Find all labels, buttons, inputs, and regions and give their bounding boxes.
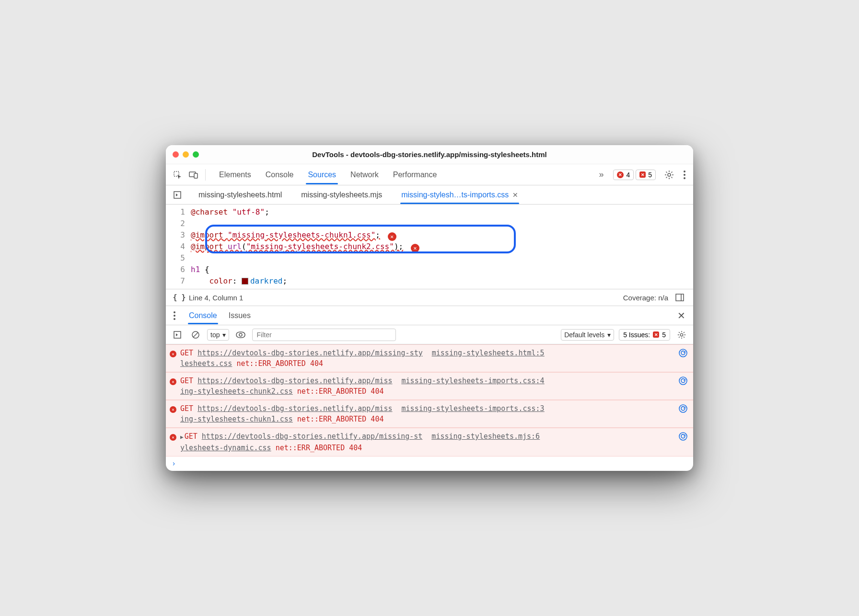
drawer-options-icon[interactable] <box>171 311 178 320</box>
log-message: ▶GET https://devtools-dbg-stories.netlif… <box>180 431 675 453</box>
request-url-link[interactable]: lesheets.css <box>180 359 232 368</box>
console-settings-icon[interactable] <box>675 328 688 342</box>
pretty-print-icon[interactable]: { } <box>173 291 186 304</box>
console-toolbar: top ▾ Default levels ▾ 5 Issues: ✕ 5 <box>166 325 693 344</box>
replay-xhr-icon[interactable] <box>679 404 687 413</box>
tab-console[interactable]: Console <box>264 166 296 184</box>
svg-point-11 <box>680 333 683 336</box>
svg-point-3 <box>668 173 671 176</box>
tab-sources[interactable]: Sources <box>306 166 338 184</box>
svg-point-12 <box>679 349 687 357</box>
minimize-window-button[interactable] <box>183 151 189 158</box>
code-line[interactable]: color: darkred; <box>191 275 693 287</box>
request-url-link[interactable]: https://devtools-dbg-stories.netlify.app… <box>197 404 392 413</box>
line-number[interactable]: 5 <box>166 252 185 264</box>
drawer-tab-console[interactable]: Console <box>188 308 218 324</box>
line-number[interactable]: 1 <box>166 206 185 218</box>
svg-rect-5 <box>676 294 684 301</box>
line-number[interactable]: 4 <box>166 241 185 252</box>
replay-xhr-icon[interactable] <box>679 349 687 357</box>
drawer-tab-bar: ConsoleIssues ✕ <box>166 306 693 325</box>
error-counters: ✕4 ✕5 <box>613 170 656 180</box>
line-number[interactable]: 6 <box>166 264 185 275</box>
request-url-link[interactable]: ing-stylesheets-chunk2.css <box>180 387 293 396</box>
tab-network[interactable]: Network <box>348 166 381 184</box>
log-message: GET https://devtools-dbg-stories.netlify… <box>180 376 675 397</box>
close-drawer-icon[interactable]: ✕ <box>674 310 688 321</box>
file-tab[interactable]: missing-stylesh…ts-imports.css✕ <box>400 186 519 204</box>
file-tabs: missing-stylesheets.htmlmissing-styleshe… <box>197 186 519 204</box>
line-number[interactable]: 7 <box>166 275 185 287</box>
chevron-down-icon: ▾ <box>222 331 226 339</box>
error-icon: ✕ <box>170 349 176 357</box>
expand-caret-icon[interactable]: ▶ <box>180 434 184 440</box>
console-error-row[interactable]: ✕GET https://devtools-dbg-stories.netlif… <box>166 400 693 428</box>
source-link[interactable]: missing-stylesheets-imports.css:3 <box>402 404 545 413</box>
maximize-window-button[interactable] <box>193 151 199 158</box>
clear-console-icon[interactable] <box>189 328 202 342</box>
file-tab[interactable]: missing-stylesheets.mjs <box>300 186 383 204</box>
device-toolbar-icon[interactable] <box>187 168 200 182</box>
code-content[interactable]: @charset "utf-8"; @import "missing-style… <box>191 206 693 287</box>
sidebar-toggle-icon[interactable] <box>673 291 686 304</box>
context-selector[interactable]: top ▾ <box>207 329 229 341</box>
issues-chip[interactable]: 5 Issues: ✕ 5 <box>619 329 670 341</box>
console-error-row[interactable]: ✕GET https://devtools-dbg-stories.netlif… <box>166 344 693 372</box>
issue-icon: ✕ <box>639 171 646 178</box>
main-tabs: ElementsConsoleSourcesNetworkPerformance <box>217 166 596 184</box>
file-tab[interactable]: missing-stylesheets.html <box>197 186 283 204</box>
devtools-window: DevTools - devtools-dbg-stories.netlify.… <box>166 145 693 471</box>
log-levels-selector[interactable]: Default levels ▾ <box>561 329 614 341</box>
code-line[interactable]: h1 { <box>191 264 693 275</box>
console-error-row[interactable]: ✕▶GET https://devtools-dbg-stories.netli… <box>166 428 693 456</box>
tab-performance[interactable]: Performance <box>391 166 439 184</box>
traffic-lights <box>173 151 199 158</box>
replay-xhr-icon[interactable] <box>679 432 687 441</box>
request-url-link[interactable]: https://devtools-dbg-stories.netlify.app… <box>197 349 423 357</box>
code-line[interactable]: @charset "utf-8"; <box>191 206 693 218</box>
code-line[interactable] <box>191 252 693 264</box>
log-message: GET https://devtools-dbg-stories.netlify… <box>180 403 675 424</box>
source-link[interactable]: missing-stylesheets.html:5 <box>432 349 545 357</box>
code-line[interactable]: @import url("missing-stylesheets-chunk2.… <box>191 241 693 252</box>
window-title: DevTools - devtools-dbg-stories.netlify.… <box>312 150 547 159</box>
live-expression-icon[interactable] <box>234 328 247 342</box>
line-number[interactable]: 2 <box>166 218 185 229</box>
close-tab-icon[interactable]: ✕ <box>512 191 518 199</box>
drawer-tab-issues[interactable]: Issues <box>228 308 252 324</box>
line-number[interactable]: 3 <box>166 229 185 241</box>
more-options-icon[interactable] <box>681 171 688 179</box>
issues-counter[interactable]: ✕5 <box>636 170 656 180</box>
console-log-list: ✕GET https://devtools-dbg-stories.netlif… <box>166 344 693 456</box>
show-navigator-icon[interactable] <box>171 188 184 202</box>
code-line[interactable]: @import "missing-stylesheets-chukn1.css"… <box>191 229 693 241</box>
file-tab-bar: missing-stylesheets.htmlmissing-styleshe… <box>166 185 693 205</box>
code-editor[interactable]: 1234567 @charset "utf-8"; @import "missi… <box>166 205 693 289</box>
svg-point-10 <box>239 333 242 336</box>
error-icon: ✕ <box>170 432 176 441</box>
drawer-tabs: ConsoleIssues <box>188 308 252 324</box>
more-tabs-button[interactable]: » <box>599 170 604 180</box>
source-link[interactable]: missing-stylesheets.mjs:6 <box>431 432 540 441</box>
errors-counter[interactable]: ✕4 <box>613 170 634 180</box>
tab-elements[interactable]: Elements <box>217 166 253 184</box>
file-tab-label: missing-stylesh…ts-imports.css <box>401 191 509 199</box>
cursor-position: Line 4, Column 1 <box>189 294 243 302</box>
divider <box>205 169 206 181</box>
request-url-link[interactable]: https://devtools-dbg-stories.netlify.app… <box>202 432 423 441</box>
request-url-link[interactable]: https://devtools-dbg-stories.netlify.app… <box>197 376 392 385</box>
replay-xhr-icon[interactable] <box>679 376 687 385</box>
error-icon: ✕ <box>170 404 176 413</box>
request-url-link[interactable]: ylesheets-dynamic.css <box>180 444 271 452</box>
inspect-element-icon[interactable] <box>171 168 184 182</box>
console-error-row[interactable]: ✕GET https://devtools-dbg-stories.netlif… <box>166 372 693 400</box>
console-prompt[interactable]: › <box>166 456 693 471</box>
svg-point-14 <box>679 405 687 412</box>
close-window-button[interactable] <box>173 151 179 158</box>
request-url-link[interactable]: ing-stylesheets-chukn1.css <box>180 415 293 423</box>
show-console-sidebar-icon[interactable] <box>171 328 184 342</box>
filter-input[interactable] <box>252 329 396 341</box>
settings-icon[interactable] <box>662 168 676 182</box>
source-link[interactable]: missing-stylesheets-imports.css:4 <box>402 376 545 385</box>
code-line[interactable] <box>191 218 693 229</box>
